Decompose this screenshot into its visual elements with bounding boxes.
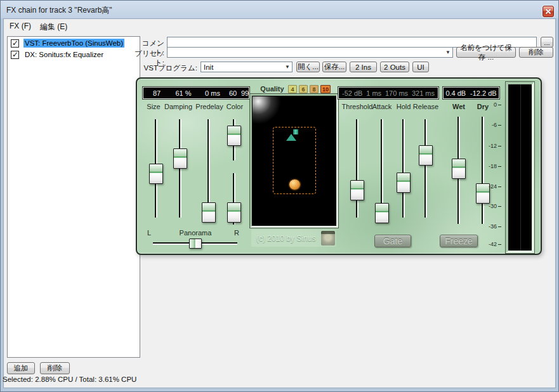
dry-value: -12.2 dB: [470, 89, 497, 97]
color-high-slider[interactable]: [227, 119, 241, 160]
threshold-value: -52 dB: [342, 89, 362, 97]
panorama-label: Panorama: [180, 229, 212, 237]
comment-more-button[interactable]: ...: [541, 37, 553, 48]
hold-slider-handle[interactable]: [397, 173, 411, 193]
release-label: Release: [413, 103, 438, 110]
gate-button[interactable]: Gate: [374, 235, 411, 247]
size-slider[interactable]: [149, 119, 163, 218]
preset-combobox[interactable]: ▼: [167, 47, 453, 58]
meter-scale-label: -42: [489, 241, 501, 247]
fx-chain-list[interactable]: VST: FreeverbToo (SinusWeb) DX: Sonitus:…: [7, 36, 140, 358]
attack-label: Attack: [372, 103, 392, 110]
quality-10-button[interactable]: 10: [320, 85, 331, 93]
ins-button[interactable]: 2 Ins: [350, 62, 377, 72]
color-value-b: 99: [239, 89, 251, 97]
release-slider-track: [424, 119, 427, 218]
predelay-slider-handle[interactable]: [202, 202, 216, 223]
reverb-visual-display: [250, 94, 338, 228]
predelay-label: Predelay: [195, 103, 223, 110]
ui-button[interactable]: UI: [412, 62, 429, 72]
meter-scale-label: -6: [492, 122, 501, 128]
attack-slider[interactable]: [375, 119, 389, 218]
outs-button[interactable]: 2 Outs: [380, 62, 409, 72]
dropdown-arrow-icon: ▼: [445, 49, 450, 55]
attack-value: 1 ms: [366, 89, 381, 97]
pan-left-label: L: [147, 229, 151, 237]
dry-slider-handle[interactable]: [476, 183, 490, 204]
quality-6-button[interactable]: 6: [299, 85, 308, 93]
panorama-slider[interactable]: [153, 237, 237, 249]
output-level-meter: [506, 82, 534, 253]
reverb-values-display: 87 61 % 0 ms 60 99: [143, 87, 249, 99]
color-low-slider-handle[interactable]: [227, 202, 241, 223]
dry-slider-track: [482, 117, 484, 224]
window-title: FX chain for track 3 "Revarb高": [6, 5, 112, 16]
quality-8-button[interactable]: 8: [310, 85, 319, 93]
copyright-strip: (c) 2010 by Sinus: [251, 230, 336, 247]
save-preset-as-button[interactable]: 名前をつけて保存 ...: [456, 47, 516, 58]
panorama-slider-handle[interactable]: [189, 238, 202, 249]
size-label: Size: [147, 103, 160, 110]
copyright-text: (c) 2010 by Sinus: [256, 234, 315, 243]
wet-label: Wet: [452, 103, 465, 110]
close-button[interactable]: [543, 6, 554, 17]
add-fx-button[interactable]: 追加: [7, 362, 35, 374]
damping-value: 61 %: [169, 89, 198, 97]
threshold-label: Threshold: [342, 103, 373, 110]
damping-slider[interactable]: [173, 119, 187, 218]
close-icon: [546, 9, 551, 14]
delete-preset-button[interactable]: 削除: [519, 47, 553, 58]
meter-scale-label: -24: [489, 183, 501, 190]
threshold-slider[interactable]: [350, 119, 364, 218]
fx-enabled-checkbox[interactable]: [11, 51, 19, 59]
remove-fx-button[interactable]: 削除: [40, 362, 70, 374]
damping-label: Damping: [164, 103, 192, 110]
damping-slider-handle[interactable]: [173, 148, 187, 169]
freeze-button[interactable]: Freeze: [440, 235, 478, 247]
meter-scale-label: -18: [489, 163, 501, 169]
fx-item-label[interactable]: DX: Sonitus:fx Equalizer: [23, 50, 105, 59]
quality-label: Quality: [260, 85, 284, 93]
hold-slider[interactable]: [397, 119, 411, 218]
threshold-slider-handle[interactable]: [350, 180, 364, 200]
color-value-a: 60: [226, 89, 240, 97]
open-program-button[interactable]: 開く...: [296, 62, 320, 72]
release-slider[interactable]: [419, 119, 433, 218]
source-lamp-top: [293, 129, 298, 134]
dry-slider[interactable]: [476, 117, 490, 224]
gate-values-display: -52 dB 1 ms 170 ms 321 ms: [338, 87, 438, 99]
vst-program-label: VSTプログラム:: [143, 63, 197, 73]
sinus-face-image: [321, 231, 335, 245]
display-glare: [253, 96, 284, 124]
vst-program-combobox[interactable]: Init ▼: [201, 62, 293, 72]
menu-item-edit[interactable]: 編集 (E): [37, 21, 70, 33]
meter-scale-label: -36: [489, 223, 501, 230]
fx-item-label[interactable]: VST: FreeverbToo (SinusWeb): [23, 39, 124, 48]
release-value: 321 ms: [412, 89, 435, 97]
fx-list-item[interactable]: VST: FreeverbToo (SinusWeb): [9, 38, 124, 48]
color-label: Color: [227, 103, 243, 110]
pan-right-label: R: [234, 229, 239, 237]
hold-value: 170 ms: [385, 89, 408, 97]
hold-slider-track: [402, 119, 405, 218]
color-high-slider-handle[interactable]: [227, 126, 241, 146]
menu-item-fx[interactable]: FX (F): [7, 21, 34, 31]
size-slider-handle[interactable]: [149, 164, 163, 184]
fx-enabled-checkbox[interactable]: [11, 39, 19, 48]
vst-program-value: Init: [204, 63, 213, 71]
wet-slider[interactable]: [452, 117, 466, 224]
quality-4-button[interactable]: 4: [288, 85, 297, 93]
fx-list-item[interactable]: DX: Sonitus:fx Equalizer: [9, 49, 105, 60]
meter-scale-label: -30: [489, 203, 501, 209]
predelay-slider[interactable]: [202, 119, 216, 218]
source-lamp-icon: [286, 134, 296, 141]
attack-slider-handle[interactable]: [375, 203, 389, 223]
color-low-slider[interactable]: [227, 173, 241, 225]
predelay-value: 0 ms: [199, 89, 226, 97]
save-program-button[interactable]: 保存...: [322, 62, 346, 72]
wet-slider-handle[interactable]: [452, 159, 466, 179]
freeverbtoo-plugin-panel: 87 61 % 0 ms 60 99 Size Damping Predelay…: [136, 77, 542, 255]
wet-dry-display: 0.4 dB -12.2 dB: [443, 87, 499, 99]
release-slider-handle[interactable]: [419, 145, 433, 166]
room-outline-graphic: [273, 127, 316, 194]
